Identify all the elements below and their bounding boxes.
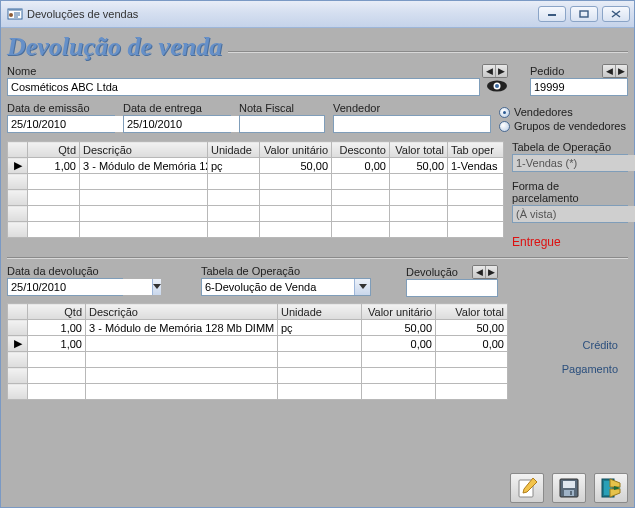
taboper-input[interactable] — [513, 155, 635, 171]
nome-prev[interactable]: ◀ — [483, 65, 495, 77]
pedido-prev[interactable]: ◀ — [603, 65, 615, 77]
pedido-field[interactable] — [530, 78, 628, 96]
devolucao-label: Devolução — [406, 266, 458, 278]
chevron-down-icon[interactable] — [354, 279, 370, 295]
svg-rect-14 — [563, 481, 575, 488]
nome-label: Nome — [7, 65, 36, 77]
taboper2-combo[interactable] — [201, 278, 371, 296]
radio-vendedores[interactable]: Vendedores — [499, 106, 626, 118]
vendedor-field[interactable] — [333, 115, 491, 133]
svg-marker-10 — [153, 284, 161, 289]
table-row[interactable]: 1,003 - Módulo de Memória 128 Mb DIMMpç5… — [8, 320, 508, 336]
svg-marker-11 — [359, 284, 367, 289]
minimize-button[interactable] — [538, 6, 566, 22]
devolucao-prev[interactable]: ◀ — [473, 266, 485, 278]
grid-venda[interactable]: Qtd Descrição Unidade Valor unitário Des… — [7, 141, 504, 238]
g1-h-uni: Unidade — [208, 142, 260, 158]
title-separator — [228, 51, 628, 53]
data-entrega-label: Data de entrega — [123, 102, 231, 114]
table-row[interactable] — [8, 206, 504, 222]
data-devolucao-label: Data da devolução — [7, 265, 123, 277]
app-icon — [7, 6, 23, 22]
data-devolucao-input[interactable] — [8, 279, 152, 295]
table-row[interactable]: ▶1,003 - Módulo de Memória 12pç50,000,00… — [8, 158, 504, 174]
edit-button[interactable] — [510, 473, 544, 503]
devolucao-nav[interactable]: ◀▶ — [472, 265, 498, 279]
svg-point-1 — [9, 13, 13, 17]
svg-rect-2 — [580, 11, 588, 17]
window-title: Devoluções de vendas — [27, 8, 534, 20]
close-button[interactable] — [602, 6, 630, 22]
page-title: Devolução de venda — [7, 32, 222, 62]
svg-rect-16 — [570, 491, 572, 495]
data-emissao-combo[interactable] — [7, 115, 115, 133]
formaparcel-label: Forma de parcelamento — [512, 180, 628, 204]
g2-h-desc: Descrição — [86, 304, 278, 320]
g2-h-vu: Valor unitário — [362, 304, 436, 320]
vendedor-label: Vendedor — [333, 102, 491, 114]
table-row[interactable] — [8, 368, 508, 384]
nome-field[interactable] — [7, 78, 480, 96]
chevron-down-icon[interactable] — [152, 279, 161, 295]
pedido-next[interactable]: ▶ — [615, 65, 627, 77]
pagamento-button[interactable]: Pagamento — [516, 357, 628, 381]
g2-h-qtd: Qtd — [28, 304, 86, 320]
pedido-label: Pedido — [530, 65, 564, 77]
separator — [7, 257, 628, 259]
devolucao-field[interactable] — [406, 279, 498, 297]
nota-fiscal-field[interactable] — [239, 115, 325, 133]
g1-h-qtd: Qtd — [28, 142, 80, 158]
view-icon[interactable] — [486, 79, 508, 95]
maximize-button[interactable] — [570, 6, 598, 22]
g1-h-to: Tab oper — [448, 142, 504, 158]
data-entrega-combo[interactable] — [123, 115, 231, 133]
g2-h-uni: Unidade — [278, 304, 362, 320]
table-row[interactable] — [8, 384, 508, 400]
g1-h-vt: Valor total — [390, 142, 448, 158]
table-row[interactable] — [8, 174, 504, 190]
radio-grupos[interactable]: Grupos de vendedores — [499, 120, 626, 132]
data-devolucao-combo[interactable] — [7, 278, 123, 296]
exit-button[interactable] — [594, 473, 628, 503]
nome-nav[interactable]: ◀▶ — [482, 64, 508, 78]
g1-h-desc2: Desconto — [332, 142, 390, 158]
save-button[interactable] — [552, 473, 586, 503]
g2-h-vt: Valor total — [436, 304, 508, 320]
taboper-label: Tabela de Operação — [512, 141, 628, 153]
formaparcel-combo[interactable] — [512, 205, 628, 223]
formaparcel-input[interactable] — [513, 206, 635, 222]
devolucao-next[interactable]: ▶ — [485, 266, 497, 278]
svg-rect-15 — [564, 490, 574, 496]
table-row[interactable]: ▶1,000,000,00 — [8, 336, 508, 352]
table-row[interactable] — [8, 222, 504, 238]
taboper2-label: Tabela de Operação — [201, 265, 371, 277]
credito-button[interactable]: Crédito — [516, 333, 628, 357]
titlebar: Devoluções de vendas — [1, 1, 634, 28]
svg-point-5 — [495, 84, 499, 88]
taboper2-input[interactable] — [202, 279, 354, 295]
table-row[interactable] — [8, 190, 504, 206]
pedido-nav[interactable]: ◀▶ — [602, 64, 628, 78]
data-emissao-label: Data de emissão — [7, 102, 115, 114]
grid-devolucao[interactable]: Qtd Descrição Unidade Valor unitário Val… — [7, 303, 508, 400]
status-text: Entregue — [512, 235, 628, 249]
g1-h-vu: Valor unitário — [260, 142, 332, 158]
g1-h-desc: Descrição — [80, 142, 208, 158]
nome-next[interactable]: ▶ — [495, 65, 507, 77]
table-row[interactable] — [8, 352, 508, 368]
taboper-combo[interactable] — [512, 154, 628, 172]
nota-fiscal-label: Nota Fiscal — [239, 102, 325, 114]
